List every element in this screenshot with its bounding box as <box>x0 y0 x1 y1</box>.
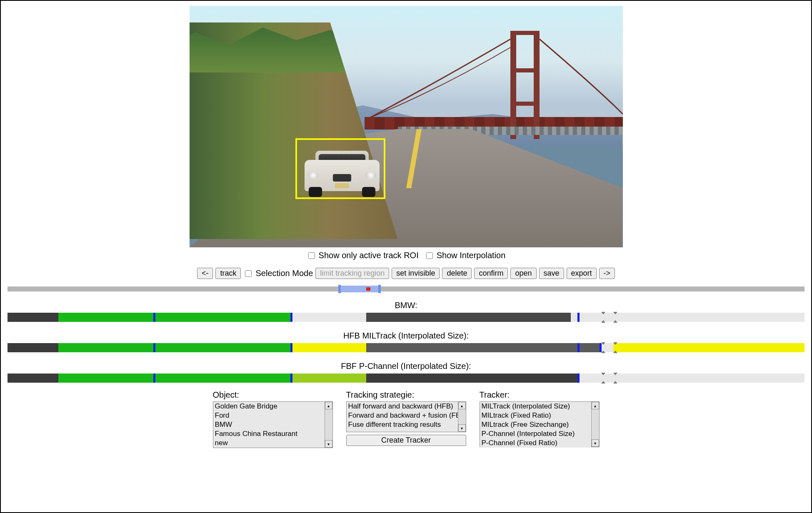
track-segment <box>58 313 153 322</box>
track-thumb[interactable] <box>601 342 605 353</box>
list-item[interactable]: Fuse different tracking results <box>347 420 458 429</box>
track-keyframe-tick[interactable] <box>290 374 292 383</box>
tracker-scroll-up[interactable]: ▴ <box>592 402 599 409</box>
tracker-panel: Tracker: MILTrack (Interpolated Size)MIL… <box>480 390 600 447</box>
list-item[interactable]: new <box>213 438 325 448</box>
track-keyframe-tick[interactable] <box>153 374 155 383</box>
track-thumb[interactable] <box>613 373 617 384</box>
list-item[interactable]: MILTrack (Interpolated Size) <box>480 402 591 411</box>
show-interpolation-text: Show Interpolation <box>437 251 506 260</box>
selection-mode-label[interactable]: Selection Mode <box>243 269 313 278</box>
track-segment <box>366 343 577 352</box>
strategy-scroll-up[interactable]: ▴ <box>458 402 466 409</box>
track-segment <box>366 313 571 322</box>
track-segment <box>7 343 58 352</box>
show-interpolation-label[interactable]: Show Interpolation <box>425 251 506 260</box>
object-scroll-up[interactable]: ▴ <box>325 402 332 409</box>
tracker-listbox-wrap: MILTrack (Interpolated Size)MILtrack (Fi… <box>480 401 600 447</box>
app-frame: Show only active track ROI Show Interpol… <box>0 0 812 513</box>
track-segment <box>577 343 600 352</box>
list-item[interactable]: Golden Gate Bridge <box>213 402 325 411</box>
track-keyframe-tick[interactable] <box>290 313 292 322</box>
track-button[interactable]: track <box>215 268 241 279</box>
tracker-scroll: ▴ ▾ <box>591 402 599 447</box>
track-segment <box>366 374 577 383</box>
track-segment <box>613 343 805 352</box>
next-frame-button[interactable]: -> <box>599 268 615 279</box>
selection-mode-checkbox[interactable] <box>245 270 252 277</box>
list-item[interactable]: MILtrack (Free Sizechange) <box>480 420 591 429</box>
track-keyframe-tick[interactable] <box>153 313 155 322</box>
timeline-range-handle-right[interactable] <box>378 285 381 293</box>
main-toolbar: <- track Selection Mode limit tracking r… <box>5 268 807 279</box>
set-invisible-button[interactable]: set invisible <box>392 268 440 279</box>
strategy-panel: Tracking strategie: Half forward and bac… <box>346 390 466 446</box>
list-item[interactable]: Half forward and backward (HFB) <box>347 402 458 411</box>
tracks-container: BMW:HFB MILTrack (Interpolated Size):FBF… <box>5 301 807 383</box>
timeline-slider-track[interactable] <box>7 286 805 291</box>
track-label: BMW: <box>5 301 807 310</box>
car-bounding-box[interactable] <box>295 138 385 199</box>
list-item[interactable]: Forward and backward + fusion (FBF) <box>347 411 458 420</box>
timeline-current-frame[interactable] <box>366 287 370 291</box>
list-item[interactable]: Ford <box>213 411 325 420</box>
limit-tracking-region-button[interactable]: limit tracking region <box>315 268 389 279</box>
strategy-panel-label: Tracking strategie: <box>346 390 466 400</box>
track-segment <box>7 313 58 322</box>
track-segment <box>290 343 366 352</box>
object-scroll-down[interactable]: ▾ <box>325 440 332 448</box>
track-label: HFB MILTrack (Interpolated Size): <box>5 331 807 341</box>
prev-frame-button[interactable]: <- <box>197 268 213 279</box>
track-segment <box>153 374 290 383</box>
track-keyframe-tick[interactable] <box>577 343 580 352</box>
save-button[interactable]: save <box>539 268 564 279</box>
strategy-scroll-down[interactable]: ▾ <box>458 424 466 432</box>
track-segment <box>58 343 153 352</box>
video-area <box>5 6 807 247</box>
tracker-scroll-down[interactable]: ▾ <box>592 439 599 447</box>
show-only-active-roi-checkbox[interactable] <box>308 252 315 259</box>
track-thumb[interactable] <box>613 312 617 323</box>
track-bar[interactable] <box>7 374 805 383</box>
strategy-listbox[interactable]: Half forward and backward (HFB)Forward a… <box>347 402 458 432</box>
object-scroll: ▴ ▾ <box>325 402 332 448</box>
tracker-listbox[interactable]: MILTrack (Interpolated Size)MILtrack (Fi… <box>480 402 591 448</box>
list-item[interactable]: P-Channel (Fixed Ratio) <box>480 438 591 448</box>
export-button[interactable]: export <box>567 268 597 279</box>
list-item[interactable]: BMW <box>213 420 325 429</box>
bridge-tower-illustration <box>506 31 544 139</box>
track-thumb[interactable] <box>601 312 605 323</box>
panels-row: Object: Golden Gate BridgeFordBMWFamous … <box>5 390 807 448</box>
track-keyframe-tick[interactable] <box>577 313 580 322</box>
track-thumb[interactable] <box>601 373 605 384</box>
video-frame[interactable] <box>190 6 623 247</box>
track-segment <box>290 374 366 383</box>
timeline-range-handle-left[interactable] <box>338 285 341 293</box>
tracker-panel-label: Tracker: <box>480 390 600 400</box>
delete-button[interactable]: delete <box>442 268 472 279</box>
object-listbox-wrap: Golden Gate BridgeFordBMWFamous China Re… <box>213 401 333 448</box>
track-thumb[interactable] <box>613 342 617 353</box>
display-options-row: Show only active track ROI Show Interpol… <box>5 251 807 260</box>
list-item[interactable]: MILtrack (Fixed Ratio) <box>480 411 591 420</box>
object-panel-label: Object: <box>213 390 333 400</box>
track-keyframe-tick[interactable] <box>290 343 292 352</box>
create-tracker-button[interactable]: Create Tracker <box>346 435 466 446</box>
track-segment <box>153 343 290 352</box>
list-item[interactable]: P-Channel (Interpolated Size) <box>480 429 591 438</box>
track-keyframe-tick[interactable] <box>577 374 580 383</box>
strategy-scroll: ▴ ▾ <box>458 402 466 432</box>
show-interpolation-checkbox[interactable] <box>426 252 433 259</box>
list-item[interactable]: Famous China Restaurant <box>213 429 325 438</box>
track-keyframe-tick[interactable] <box>153 343 155 352</box>
timeline-range[interactable] <box>338 286 378 292</box>
selection-mode-text: Selection Mode <box>255 269 313 278</box>
timeline-slider[interactable] <box>7 286 805 291</box>
track-bar[interactable] <box>7 313 805 322</box>
show-only-active-roi-label[interactable]: Show only active track ROI <box>307 251 419 260</box>
confirm-button[interactable]: confirm <box>474 268 508 279</box>
show-only-active-roi-text: Show only active track ROI <box>319 251 419 260</box>
track-bar[interactable] <box>7 343 805 352</box>
object-listbox[interactable]: Golden Gate BridgeFordBMWFamous China Re… <box>213 402 325 448</box>
open-button[interactable]: open <box>510 268 536 279</box>
